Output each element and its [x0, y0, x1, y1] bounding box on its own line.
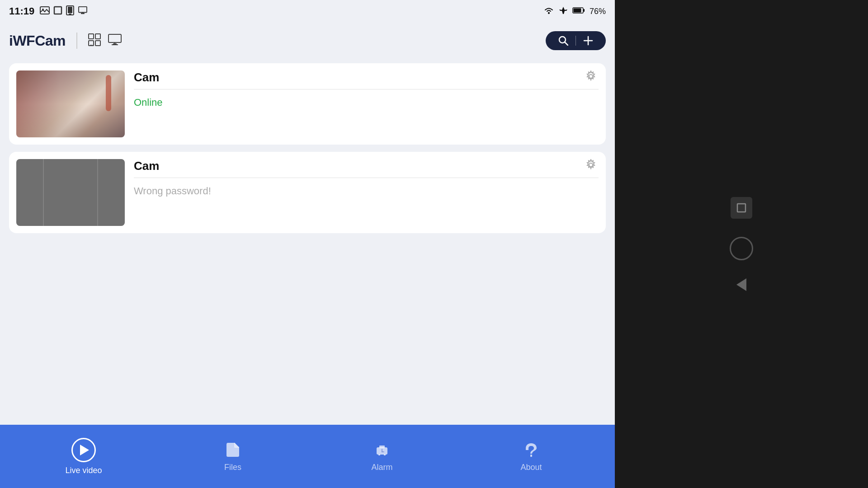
svg-point-8	[548, 12, 550, 14]
monitor-view-icon[interactable]	[108, 34, 122, 47]
status-bar-right: 76%	[543, 6, 606, 17]
camera-card-1[interactable]: Cam Online	[9, 63, 606, 145]
svg-rect-36	[737, 204, 745, 212]
camera-thumbnail-1[interactable]	[16, 70, 125, 137]
image-status-icon	[40, 6, 50, 17]
airplane-icon	[559, 6, 568, 17]
svg-rect-33	[378, 454, 380, 455]
battery-icon	[572, 7, 585, 16]
right-sidebar	[615, 0, 868, 488]
svg-rect-13	[95, 34, 100, 39]
action-btn-divider	[576, 36, 576, 46]
camera-settings-button-2[interactable]	[585, 159, 597, 174]
camera-card-2[interactable]: Cam Wrong password!	[9, 152, 606, 233]
svg-rect-30	[379, 446, 385, 448]
grid-view-icon[interactable]	[88, 33, 101, 48]
alarm-icon	[373, 441, 391, 459]
header-divider	[76, 33, 77, 49]
search-icon	[558, 36, 568, 46]
camera-status-1: Online	[134, 97, 599, 108]
status-time: 11:19	[9, 5, 34, 17]
camera-name-1: Cam	[134, 70, 599, 84]
status-icons	[40, 5, 88, 18]
svg-rect-12	[89, 34, 94, 39]
square-status-icon	[53, 6, 62, 17]
svg-rect-11	[573, 9, 581, 13]
camera-info-2: Cam Wrong password!	[134, 159, 599, 226]
nav-label-live-video: Live video	[65, 466, 102, 475]
side-square-button[interactable]	[731, 197, 752, 219]
camera-thumbnail-2[interactable]	[16, 159, 125, 226]
nav-label-about: About	[520, 463, 542, 472]
svg-rect-6	[79, 6, 87, 12]
wifi-icon	[543, 6, 554, 16]
camera-settings-button-1[interactable]	[585, 70, 597, 85]
header-action-button[interactable]	[546, 31, 606, 50]
camera-info-1: Cam Online	[134, 70, 599, 137]
app-header: iWFCam	[0, 23, 615, 59]
svg-rect-5	[69, 14, 71, 14]
display-status-icon	[78, 6, 88, 17]
status-bar: 11:19	[0, 0, 615, 23]
cam-divider-1	[134, 89, 599, 89]
header-view-icons	[88, 33, 122, 48]
bottom-nav: Live video Files	[0, 425, 615, 488]
camera-name-2: Cam	[134, 159, 599, 173]
camera-status-2: Wrong password!	[134, 185, 599, 197]
svg-rect-19	[108, 34, 121, 42]
add-icon	[583, 36, 593, 46]
svg-rect-35	[530, 455, 532, 457]
nav-item-about[interactable]: About	[457, 441, 606, 472]
nav-item-alarm[interactable]: Alarm	[307, 441, 457, 472]
svg-line-24	[565, 42, 568, 45]
cam-divider-2	[134, 178, 599, 178]
files-icon	[224, 441, 242, 459]
app-logo: iWFCam	[9, 33, 66, 49]
phone-status-icon	[66, 5, 74, 18]
nav-item-files[interactable]: Files	[158, 441, 307, 472]
app-area: 11:19	[0, 0, 615, 488]
svg-rect-34	[384, 454, 386, 455]
nav-item-live-video[interactable]: Live video	[9, 438, 158, 475]
nav-label-alarm: Alarm	[371, 463, 392, 472]
svg-rect-4	[68, 7, 72, 13]
live-video-icon	[71, 438, 96, 462]
nav-label-files: Files	[224, 463, 241, 472]
svg-rect-15	[95, 41, 100, 46]
side-back-button[interactable]	[736, 278, 746, 291]
status-bar-left: 11:19	[9, 5, 88, 18]
about-icon	[522, 441, 540, 459]
svg-rect-10	[583, 9, 585, 12]
side-circle-button[interactable]	[730, 237, 753, 260]
svg-point-28	[589, 163, 593, 167]
svg-point-27	[589, 75, 593, 78]
svg-rect-2	[54, 7, 61, 14]
camera-list: Cam Online Cam Wrong password!	[0, 59, 615, 425]
battery-percent: 76%	[590, 7, 606, 16]
